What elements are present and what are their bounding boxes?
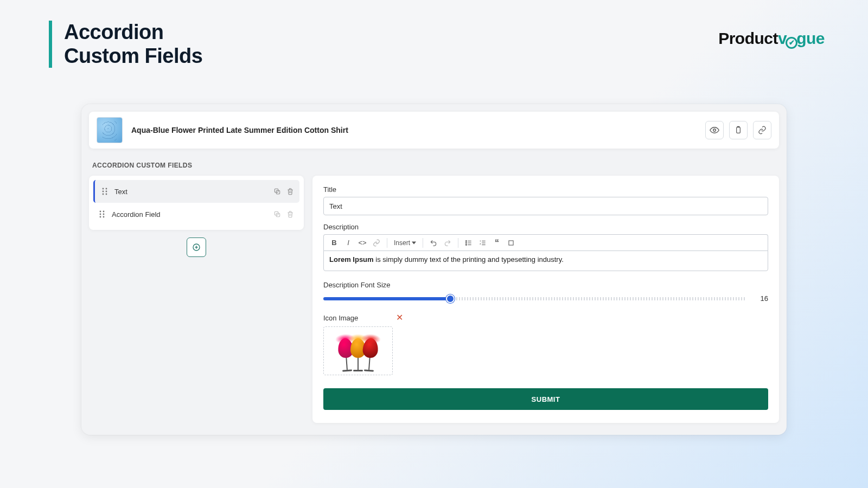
duplicate-button[interactable]	[273, 188, 281, 195]
toolbar-separator	[458, 238, 458, 248]
description-editor[interactable]: Lorem Ipsum is simply dummy text of the …	[323, 251, 768, 271]
redo-icon	[444, 239, 451, 247]
link-toolbar-button[interactable]	[371, 237, 382, 249]
add-field-button[interactable]	[187, 237, 206, 257]
svg-point-19	[465, 240, 467, 241]
app-card: Aqua-Blue Flower Printed Late Summer Edi…	[81, 104, 787, 435]
title-label: Title	[323, 185, 768, 194]
svg-point-14	[100, 216, 101, 218]
svg-point-13	[103, 214, 105, 215]
copy-icon	[273, 210, 281, 218]
icon-image-block: Icon Image ✕	[323, 313, 768, 375]
svg-point-12	[100, 214, 101, 215]
toolbar-separator	[387, 238, 387, 248]
fontsize-slider[interactable]	[323, 297, 746, 300]
svg-point-2	[103, 188, 104, 190]
gear-icon: ✔	[786, 37, 797, 49]
clipboard-button[interactable]	[729, 121, 748, 139]
preview-graphic	[361, 338, 379, 372]
brand-part2: v✔gue	[778, 29, 825, 47]
svg-point-3	[106, 188, 107, 190]
drag-handle-icon[interactable]	[101, 188, 108, 195]
link-button[interactable]	[753, 121, 771, 139]
description-rest: is simply dummy text of the printing and…	[374, 255, 564, 264]
bullet-list-icon	[465, 239, 473, 247]
remove-image-button[interactable]: ✕	[396, 313, 403, 322]
link-icon	[373, 239, 380, 247]
editor-panel: Title Description B I <> Insert	[312, 176, 779, 423]
plus-circle-icon	[192, 243, 201, 252]
field-item-accordion[interactable]: Accordion Field	[93, 203, 299, 226]
slider-thumb[interactable]	[446, 294, 455, 303]
insert-dropdown[interactable]: Insert	[392, 237, 418, 249]
product-title: Aqua-Blue Flower Printed Late Summer Edi…	[131, 126, 348, 134]
undo-icon	[430, 239, 437, 247]
product-actions	[705, 121, 771, 139]
page-header: Accordion Custom Fields	[49, 21, 202, 68]
product-thumbnail[interactable]	[97, 117, 123, 143]
field-item-text[interactable]: Text	[93, 180, 299, 203]
drag-handle-icon[interactable]	[99, 210, 105, 218]
svg-point-11	[103, 211, 105, 213]
slider-fill	[323, 297, 450, 300]
svg-point-20	[465, 242, 467, 243]
numbered-list-icon	[479, 239, 487, 247]
svg-point-0	[713, 129, 716, 132]
brand-logo: Productv✔gue	[718, 29, 825, 49]
field-item-label: Accordion Field	[112, 210, 161, 219]
field-item-actions	[273, 210, 294, 218]
code-button[interactable]: <>	[356, 237, 368, 249]
code-icon: <>	[358, 239, 366, 247]
italic-icon: I	[347, 239, 349, 247]
redo-button[interactable]	[442, 237, 454, 249]
field-list: Text	[89, 176, 304, 230]
fontsize-block: Description Font Size 16	[323, 281, 768, 303]
page-title-line2: Custom Fields	[64, 44, 202, 67]
svg-rect-22	[509, 240, 513, 245]
field-item-actions	[273, 188, 294, 195]
page-title: Accordion Custom Fields	[64, 21, 202, 68]
undo-button[interactable]	[427, 237, 439, 249]
eye-icon	[710, 125, 719, 135]
icon-image-label: Icon Image	[323, 314, 358, 322]
title-input[interactable]	[323, 197, 768, 215]
svg-rect-1	[737, 127, 741, 133]
workspace: Text	[89, 176, 779, 423]
fontsize-value: 16	[755, 294, 768, 303]
submit-button[interactable]: SUBMIT	[323, 388, 768, 410]
field-sidebar: Text	[89, 176, 304, 423]
bullet-list-button[interactable]	[463, 237, 475, 249]
svg-point-10	[100, 211, 101, 213]
italic-button[interactable]: I	[342, 237, 354, 249]
svg-point-21	[465, 244, 467, 245]
copy-icon	[273, 188, 281, 195]
embed-button[interactable]	[505, 237, 517, 249]
preview-button[interactable]	[705, 121, 724, 139]
icon-image-preview[interactable]	[323, 326, 393, 375]
chevron-down-icon	[412, 241, 416, 245]
bold-button[interactable]: B	[328, 237, 340, 249]
brand-part1: Product	[718, 29, 778, 47]
svg-point-4	[103, 191, 104, 192]
trash-icon	[286, 210, 294, 218]
toolbar-separator	[423, 238, 423, 248]
section-label: ACCORDION CUSTOM FIELDS	[92, 162, 779, 169]
svg-point-15	[103, 216, 105, 218]
quote-icon: “	[495, 238, 499, 248]
quote-button[interactable]: “	[491, 237, 503, 249]
bold-icon: B	[331, 239, 336, 247]
rte-toolbar: B I <> Insert	[323, 234, 768, 251]
delete-button[interactable]	[286, 188, 294, 195]
link-icon	[758, 126, 767, 134]
duplicate-button[interactable]	[273, 210, 281, 218]
svg-point-7	[106, 194, 107, 195]
delete-button[interactable]	[286, 210, 294, 218]
field-item-label: Text	[114, 188, 127, 196]
close-icon: ✕	[396, 313, 403, 322]
numbered-list-button[interactable]	[477, 237, 489, 249]
clipboard-icon	[734, 126, 743, 134]
fontsize-label: Description Font Size	[323, 281, 768, 289]
svg-point-5	[106, 191, 107, 192]
square-icon	[507, 239, 515, 247]
svg-point-6	[103, 194, 104, 195]
